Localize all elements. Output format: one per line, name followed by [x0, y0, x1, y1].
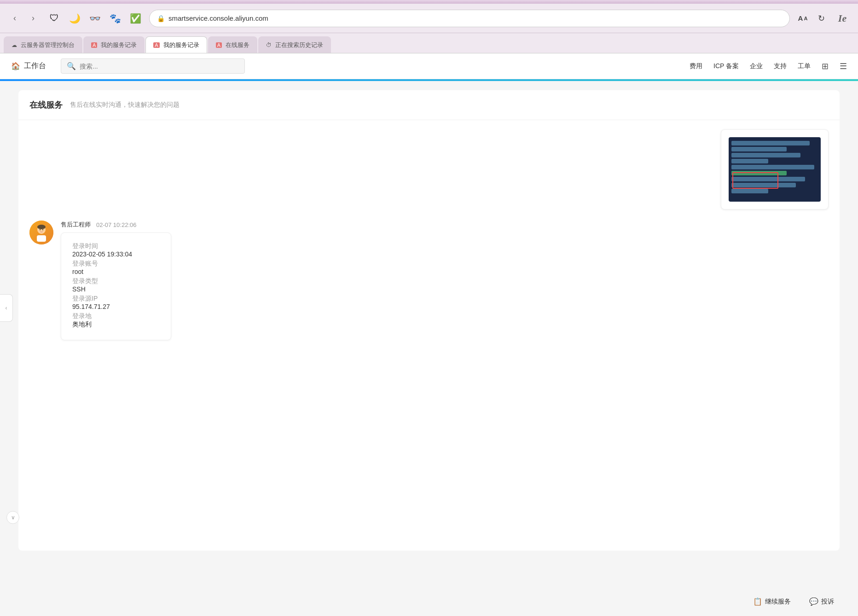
- search-input[interactable]: [80, 63, 239, 70]
- service-panel: 在线服务 售后在线实时沟通，快速解决您的问题: [18, 90, 840, 551]
- back-button[interactable]: ‹: [7, 11, 22, 26]
- translate-refresh-area: AA ↻: [795, 11, 829, 26]
- complaint-label: 投诉: [821, 598, 834, 606]
- search-bar-container: 🔍: [61, 58, 245, 74]
- svg-point-4: [42, 229, 43, 230]
- tab-favicon-a2: A: [153, 42, 159, 48]
- moon-icon-btn[interactable]: 🌙: [66, 10, 83, 27]
- tab-favicon-a3: A: [216, 42, 222, 48]
- browser-titlebar: [0, 0, 858, 4]
- glasses-icon-btn[interactable]: 👓: [87, 10, 103, 27]
- tab-title-online: 在线服务: [226, 41, 249, 49]
- location-row: 登录地 奥地利: [72, 312, 160, 329]
- home-icon: 🏠: [11, 62, 20, 70]
- continue-icon: 📋: [753, 597, 762, 606]
- tab-online-service[interactable]: A 在线服务: [208, 36, 257, 53]
- login-type-row: 登录类型 SSH: [72, 277, 160, 293]
- tab-title-search: 正在搜索历史记录: [275, 41, 323, 49]
- check-icon: ✅: [130, 13, 141, 24]
- agent-name: 售后工程师: [61, 221, 91, 229]
- address-bar[interactable]: [168, 14, 782, 22]
- paw-icon-btn[interactable]: 🐾: [107, 10, 123, 27]
- term-line-5: [731, 165, 814, 169]
- svg-point-1: [37, 225, 46, 229]
- paw-icon: 🐾: [110, 13, 121, 24]
- svg-point-3: [40, 229, 41, 230]
- account-value: root: [72, 268, 160, 275]
- chevron-left-icon: ‹: [6, 305, 7, 311]
- nav-icp[interactable]: ICP 备案: [713, 60, 739, 72]
- login-time-label: 登录时间: [72, 242, 160, 250]
- term-line-1: [731, 141, 810, 145]
- source-ip-row: 登录源IP 95.174.71.27: [72, 295, 160, 310]
- nav-enterprise[interactable]: 企业: [750, 60, 763, 72]
- agent-message: 售后工程师 02-07 10:22:06 登录时间 2023-02-05 19:…: [29, 221, 829, 340]
- address-bar-container: 🔒: [149, 10, 790, 27]
- tab-search-history[interactable]: ⏱ 正在搜索历史记录: [258, 36, 331, 53]
- avatar-bg: [29, 221, 53, 244]
- tab-title-service1: 我的服务记录: [101, 41, 137, 49]
- browser-tabs: ☁ 云服务器管理控制台 A 我的服务记录 A 我的服务记录 A 在线服务 ⏱ 正…: [0, 33, 858, 53]
- le-icon: Ie: [838, 12, 846, 24]
- lock-icon: 🔒: [157, 15, 165, 22]
- service-panel-header: 在线服务 售后在线实时沟通，快速解决您的问题: [18, 90, 840, 120]
- login-time-row: 登录时间 2023-02-05 19:33:04: [72, 242, 160, 258]
- term-line-9: [731, 189, 768, 193]
- agent-info-container: 售后工程师 02-07 10:22:06 登录时间 2023-02-05 19:…: [61, 221, 171, 340]
- home-link[interactable]: 🏠 工作台: [11, 61, 46, 71]
- continue-service-button[interactable]: 📋 继续服务: [748, 594, 796, 609]
- source-ip-value: 95.174.71.27: [72, 303, 160, 310]
- location-value: 奥地利: [72, 320, 160, 329]
- nav-fees[interactable]: 费用: [690, 60, 702, 72]
- nav-icon-1[interactable]: ⊞: [822, 59, 829, 73]
- tab-cloud-console[interactable]: ☁ 云服务器管理控制台: [4, 36, 82, 53]
- image-message-container: [57, 129, 829, 209]
- agent-time: 02-07 10:22:06: [96, 221, 136, 228]
- tab-favicon-a1: A: [91, 42, 97, 48]
- home-label: 工作台: [24, 61, 46, 71]
- sidebar-toggle[interactable]: ‹: [0, 294, 13, 322]
- browser-toolbar: ‹ › 🛡 🌙 👓 🐾 ✅ 🔒 AA ↻: [0, 4, 858, 33]
- forward-button[interactable]: ›: [26, 11, 41, 26]
- glasses-icon: 👓: [89, 13, 101, 24]
- search-icon: 🔍: [67, 62, 76, 70]
- translate-icon: AA: [795, 13, 811, 23]
- term-line-4: [731, 159, 768, 163]
- shield-icon-btn[interactable]: 🛡: [46, 10, 63, 27]
- back-icon: ‹: [13, 13, 16, 23]
- header-nav: 费用 ICP 备案 企业 支持 工单 ⊞ ☰: [690, 59, 847, 73]
- tab-service-record-1[interactable]: A 我的服务记录: [83, 36, 145, 53]
- avatar-svg: [32, 223, 51, 242]
- image-bubble: [721, 129, 829, 209]
- chevron-down-icon: ∨: [11, 514, 15, 521]
- terminal-screenshot: [729, 137, 821, 202]
- login-time-value: 2023-02-05 19:33:04: [72, 250, 160, 258]
- scroll-down-button[interactable]: ∨: [6, 511, 19, 524]
- complaint-button[interactable]: 💬 投诉: [804, 594, 840, 609]
- refresh-button[interactable]: ↻: [814, 11, 829, 26]
- nav-icon-2[interactable]: ☰: [840, 59, 847, 73]
- nav-buttons: ‹ ›: [7, 11, 41, 26]
- term-line-2: [731, 147, 787, 151]
- login-type-value: SSH: [72, 285, 160, 293]
- continue-label: 继续服务: [765, 598, 791, 606]
- le-button[interactable]: Ie: [834, 10, 851, 27]
- terminal-red-highlight: [732, 172, 778, 189]
- tab-title-service2: 我的服务记录: [163, 41, 199, 49]
- service-subtitle: 售后在线实时沟通，快速解决您的问题: [70, 101, 180, 109]
- toolbar-icons: 🛡 🌙 👓 🐾 ✅: [46, 10, 144, 27]
- translate-button[interactable]: AA: [795, 11, 810, 26]
- account-label: 登录账号: [72, 260, 160, 268]
- source-ip-label: 登录源IP: [72, 295, 160, 303]
- agent-avatar: [29, 221, 53, 244]
- forward-icon: ›: [32, 13, 35, 23]
- shield-icon: 🛡: [50, 13, 59, 23]
- service-title: 在线服务: [29, 99, 63, 110]
- refresh-icon: ↻: [818, 13, 825, 23]
- complaint-icon: 💬: [809, 597, 818, 606]
- check-icon-btn[interactable]: ✅: [127, 10, 144, 27]
- nav-ticket[interactable]: 工单: [798, 60, 811, 72]
- info-card: 登录时间 2023-02-05 19:33:04 登录账号 root 登录类型 …: [61, 232, 171, 340]
- tab-service-record-2[interactable]: A 我的服务记录: [145, 36, 207, 53]
- nav-support[interactable]: 支持: [774, 60, 787, 72]
